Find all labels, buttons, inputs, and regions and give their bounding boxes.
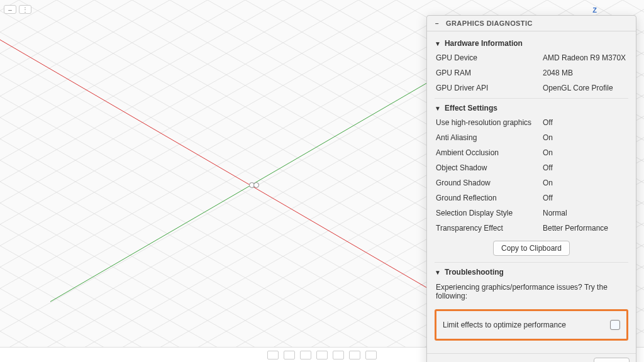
hw-row: GPU RAM2048 MB — [435, 65, 628, 80]
minus-icon[interactable]: – — [4, 5, 16, 14]
collapse-icon[interactable]: − — [433, 19, 441, 27]
effect-row: Selection Display StyleNormal — [435, 206, 628, 221]
limit-effects-highlight: Limit effects to optimize performance — [435, 309, 628, 341]
handle-icon[interactable]: ⋮ — [19, 5, 31, 14]
effect-row: Ground ShadowOn — [435, 175, 628, 190]
graphics-diagnostic-panel: − GRAPHICS DIAGNOSTIC ▼ Hardware Informa… — [426, 15, 636, 362]
tool-icon[interactable] — [333, 351, 344, 359]
tool-icon[interactable] — [349, 351, 360, 359]
effect-row: Object ShadowOff — [435, 160, 628, 175]
effect-row: Ground ReflectionOff — [435, 190, 628, 206]
chevron-down-icon: ▼ — [435, 105, 441, 112]
section-title: Troubleshooting — [445, 268, 504, 277]
hw-row: GPU DeviceAMD Radeon R9 M370X — [435, 50, 628, 65]
copy-to-clipboard-button[interactable]: Copy to Clipboard — [493, 241, 570, 256]
origin-marker[interactable] — [249, 182, 262, 189]
tool-icon[interactable] — [284, 351, 295, 359]
chevron-down-icon: ▼ — [435, 269, 441, 276]
effect-row: Use high-resolution graphicsOff — [435, 115, 628, 130]
section-title: Hardware Information — [445, 39, 523, 48]
tool-icon[interactable] — [267, 351, 279, 359]
browser-collapse-strip[interactable]: – ⋮ — [4, 4, 31, 15]
effect-row: Transparency EffectBetter Performance — [435, 221, 628, 236]
effect-row: Ambient OcclusionOn — [435, 145, 628, 160]
close-button[interactable]: Close — [594, 358, 630, 362]
section-title: Effect Settings — [445, 104, 497, 112]
panel-title: GRAPHICS DIAGNOSTIC — [446, 19, 533, 27]
chevron-down-icon: ▼ — [435, 40, 441, 47]
tool-icon[interactable] — [300, 351, 311, 359]
troubleshoot-prompt: Experiencing graphics/performance issues… — [435, 279, 628, 307]
hw-row: GPU Driver APIOpenGL Core Profile — [435, 80, 628, 96]
viewcube-z-label: Z — [592, 6, 597, 14]
effect-row: Anti AliasingOn — [435, 130, 628, 145]
limit-effects-checkbox[interactable] — [610, 320, 620, 330]
tool-icon[interactable] — [316, 351, 328, 359]
section-hardware[interactable]: ▼ Hardware Information — [435, 34, 628, 50]
limit-effects-label: Limit effects to optimize performance — [443, 321, 566, 329]
section-troubleshooting[interactable]: ▼ Troubleshooting — [435, 262, 628, 279]
tool-icon[interactable] — [365, 351, 377, 359]
section-effect-settings[interactable]: ▼ Effect Settings — [435, 98, 628, 115]
